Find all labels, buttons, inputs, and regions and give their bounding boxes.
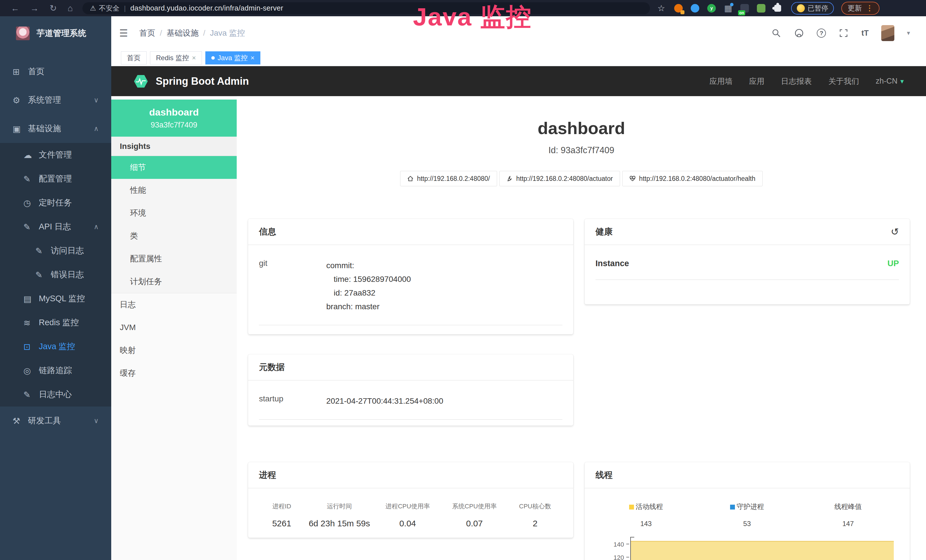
- sidebar-toggle-icon[interactable]: ☰: [119, 27, 128, 39]
- chevron-down-icon: ∨: [94, 96, 99, 104]
- sba-root-group: 日志 JVM 映射 缓存: [111, 293, 237, 384]
- sba-nav-journal[interactable]: 日志报表: [781, 76, 812, 86]
- sba-item-caches[interactable]: 缓存: [111, 362, 237, 384]
- process-id-value: 5261: [259, 519, 304, 528]
- emoji-face-icon: [797, 4, 805, 12]
- sba-item-metrics[interactable]: 性能: [111, 179, 237, 202]
- sidebar-item-tracing[interactable]: ◎ 链路追踪: [0, 359, 111, 383]
- sidebar-item-scheduled-jobs[interactable]: ◷ 定时任务: [0, 191, 111, 215]
- sidebar-item-java-monitor[interactable]: ⊡ Java 监控: [0, 334, 111, 359]
- search-icon[interactable]: [771, 28, 781, 38]
- not-secure-warning-icon: ⚠: [90, 4, 96, 12]
- cpu-cores-value: 2: [508, 519, 562, 528]
- sidebar-item-infrastructure[interactable]: ▣ 基础设施 ∧: [0, 114, 111, 143]
- sba-navbar: Spring Boot Admin 应用墙 应用 日志报表 关于我们 zh-CN…: [111, 66, 926, 96]
- sba-instance-header[interactable]: dashboard 93a3fc7f7409: [111, 100, 237, 137]
- process-card-title: 进程: [248, 462, 573, 488]
- threads-card: 线程 活动线程 守护进程 线程峰值 143: [585, 462, 910, 560]
- address-bar[interactable]: ⚠ 不安全 | dashboard.yudao.iocoder.cn/infra…: [82, 2, 650, 14]
- system-cpu-value: 0.07: [441, 519, 508, 528]
- gear-icon: ⚙: [12, 95, 28, 105]
- reload-icon[interactable]: ↻: [50, 3, 57, 13]
- fullscreen-icon[interactable]: [838, 28, 849, 38]
- sba-item-classes[interactable]: 类: [111, 224, 237, 247]
- threads-chart: 140 120 100: [595, 539, 899, 560]
- breadcrumb-infra: 基础设施: [166, 28, 198, 38]
- sba-item-scheduled-tasks[interactable]: 计划任务: [111, 270, 237, 293]
- bookmark-star-icon[interactable]: ☆: [657, 3, 665, 13]
- sidebar-item-access-log[interactable]: ✎ 访问日志: [0, 239, 111, 263]
- home-icon: [407, 176, 413, 182]
- forward-icon[interactable]: →: [30, 3, 39, 13]
- sidebar-item-home[interactable]: ⊞ 首页: [0, 58, 111, 86]
- live-threads-area: [631, 541, 894, 560]
- update-button[interactable]: 更新 ⋮: [841, 2, 879, 15]
- breadcrumb: 首页 / 基础设施 / Java 监控: [139, 28, 245, 38]
- avatar-caret-icon[interactable]: ▾: [907, 29, 910, 37]
- browser-home-icon[interactable]: ⌂: [68, 3, 73, 13]
- sba-item-mappings[interactable]: 映射: [111, 339, 237, 362]
- extension-orange-icon[interactable]: [673, 3, 683, 13]
- font-size-icon[interactable]: tT: [861, 29, 869, 38]
- extensions-puzzle-icon[interactable]: [773, 3, 782, 13]
- close-icon[interactable]: ×: [192, 54, 196, 62]
- edit-icon: ✎: [23, 222, 39, 232]
- app-logo: [16, 27, 30, 40]
- instance-links: http://192.168.0.2:48080/ http://192.168…: [237, 171, 926, 186]
- header-icons: ? tT ▾: [771, 25, 910, 41]
- sidebar-item-log-center[interactable]: ✎ 日志中心: [0, 383, 111, 407]
- tag-view-bar: 首页 Redis 监控 × Java 监控 ×: [111, 50, 926, 66]
- sba-body: dashboard 93a3fc7f7409 Insights 细节 性能 环境…: [111, 96, 926, 560]
- sba-item-environment[interactable]: 环境: [111, 202, 237, 224]
- chevron-up-icon: ∧: [94, 125, 99, 133]
- tab-home[interactable]: 首页: [121, 51, 147, 65]
- extension-pin-icon[interactable]: [690, 3, 700, 13]
- sidebar-item-api-log[interactable]: ✎ API 日志 ∧: [0, 215, 111, 239]
- sidebar-item-redis-monitor[interactable]: ≋ Redis 监控: [0, 311, 111, 334]
- health-instance-row[interactable]: Instance UP: [595, 259, 899, 268]
- close-icon[interactable]: ×: [250, 54, 254, 62]
- github-icon[interactable]: [794, 28, 804, 38]
- sba-locale-select[interactable]: zh-CN ▾: [876, 77, 904, 86]
- threads-legend: 活动线程 守护进程 线程峰值: [595, 502, 899, 511]
- sidebar-item-dev-tools[interactable]: ⚒ 研发工具 ∨: [0, 407, 111, 435]
- tab-java-monitor[interactable]: Java 监控 ×: [205, 51, 260, 65]
- sba-item-config-props[interactable]: 配置属性: [111, 247, 237, 270]
- sidebar-item-mysql-monitor[interactable]: ▤ MySQL 监控: [0, 287, 111, 311]
- actuator-url-button[interactable]: http://192.168.0.2:48080/actuator: [499, 171, 620, 186]
- update-label: 更新: [847, 3, 862, 13]
- heartbeat-icon: [629, 176, 635, 182]
- breadcrumb-home[interactable]: 首页: [139, 28, 155, 38]
- infrastructure-submenu: ☁ 文件管理 ✎ 配置管理 ◷ 定时任务 ✎ API 日志 ∧ ✎ 访问日志 ✎: [0, 143, 111, 407]
- extension-leaf-icon[interactable]: [756, 3, 766, 13]
- avatar[interactable]: [881, 25, 894, 41]
- extension-on-icon[interactable]: on: [740, 3, 749, 13]
- sidebar-item-file-mgmt[interactable]: ☁ 文件管理: [0, 143, 111, 167]
- paused-badge[interactable]: 已暂停: [791, 2, 834, 15]
- sba-nav-applications[interactable]: 应用: [749, 76, 764, 86]
- sba-item-logs[interactable]: 日志: [111, 293, 237, 316]
- tab-redis-monitor[interactable]: Redis 监控 ×: [150, 51, 202, 65]
- wrench-icon: [507, 176, 513, 182]
- git-label: git: [259, 259, 326, 313]
- sidebar-item-system-mgmt[interactable]: ⚙ 系统管理 ∨: [0, 86, 111, 114]
- sidebar-item-error-log[interactable]: ✎ 错误日志: [0, 263, 111, 287]
- sba-nav-wallboard[interactable]: 应用墙: [709, 76, 732, 86]
- back-icon[interactable]: ←: [11, 3, 20, 13]
- breadcrumb-current: Java 监控: [210, 28, 245, 38]
- sba-brand[interactable]: Spring Boot Admin: [133, 74, 249, 89]
- process-table-header: 进程ID 运行时间 进程CPU使用率 系统CPU使用率 CPU核心数: [259, 502, 562, 511]
- extension-grid-icon[interactable]: ▦: [723, 3, 733, 13]
- health-url-button[interactable]: http://192.168.0.2:48080/actuator/health: [622, 171, 763, 186]
- service-url-button[interactable]: http://192.168.0.2:48080/: [400, 171, 497, 186]
- sidebar-item-config-mgmt[interactable]: ✎ 配置管理: [0, 167, 111, 191]
- extension-y-icon[interactable]: y: [707, 3, 716, 13]
- sba-item-jvm[interactable]: JVM: [111, 316, 237, 339]
- sba-item-details[interactable]: 细节: [111, 156, 237, 179]
- help-icon[interactable]: ?: [817, 29, 826, 38]
- browser-menu-icon[interactable]: ⋮: [866, 4, 873, 12]
- sba-nav-about[interactable]: 关于我们: [828, 76, 859, 86]
- history-icon[interactable]: ↺: [891, 226, 899, 238]
- app-logo-row[interactable]: 芋道管理系统: [0, 16, 111, 50]
- sba-brand-title: Spring Boot Admin: [156, 75, 249, 87]
